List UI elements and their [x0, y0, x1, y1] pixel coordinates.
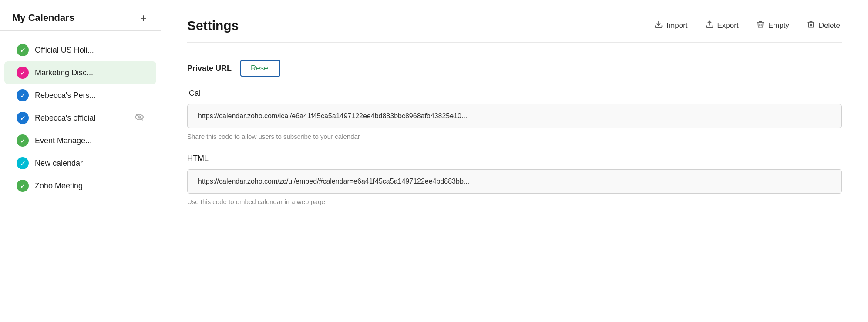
- sidebar: My Calendars + ✓Official US Holi...✓Mark…: [0, 0, 161, 322]
- sidebar-item-new-calendar[interactable]: ✓New calendar: [4, 152, 156, 174]
- calendar-icon-rebeccas-official: ✓: [17, 112, 29, 124]
- sidebar-title: My Calendars: [12, 12, 74, 23]
- main-content: Settings Import Export: [161, 0, 868, 322]
- calendar-icon-zoho-meeting: ✓: [17, 180, 29, 192]
- calendar-icon-marketing-disc: ✓: [17, 67, 29, 79]
- sidebar-item-rebeccas-pers[interactable]: ✓Rebecca's Pers...: [4, 84, 156, 107]
- html-section: HTML https://calendar.zoho.com/zc/ui/emb…: [187, 154, 842, 205]
- html-hint: Use this code to embed calendar in a web…: [187, 198, 842, 205]
- sidebar-item-label-zoho-meeting: Zoho Meeting: [35, 181, 144, 191]
- sidebar-item-label-new-calendar: New calendar: [35, 159, 144, 168]
- page-title: Settings: [187, 18, 239, 33]
- sidebar-item-label-marketing-disc: Marketing Disc...: [35, 68, 144, 77]
- calendar-icon-rebeccas-pers: ✓: [17, 89, 29, 101]
- ical-url-box[interactable]: https://calendar.zoho.com/ical/e6a41f45c…: [187, 104, 842, 128]
- import-button[interactable]: Import: [653, 17, 689, 34]
- delete-icon: [807, 20, 815, 31]
- sidebar-item-rebeccas-official[interactable]: ✓Rebecca's official: [4, 107, 156, 129]
- eye-slash-icon[interactable]: [135, 114, 144, 123]
- ical-hint: Share this code to allow users to subscr…: [187, 133, 842, 140]
- sidebar-items-list: ✓Official US Holi...✓Marketing Disc...✓R…: [0, 31, 161, 205]
- html-url-box[interactable]: https://calendar.zoho.com/zc/ui/embed/#c…: [187, 169, 842, 194]
- html-label: HTML: [187, 154, 842, 163]
- sidebar-item-label-rebeccas-pers: Rebecca's Pers...: [35, 91, 144, 100]
- sidebar-item-official-us-holi[interactable]: ✓Official US Holi...: [4, 39, 156, 61]
- import-icon: [654, 20, 663, 31]
- calendar-icon-new-calendar: ✓: [17, 157, 29, 169]
- ical-section: iCal https://calendar.zoho.com/ical/e6a4…: [187, 89, 842, 140]
- delete-label: Delete: [819, 21, 840, 30]
- private-url-label: Private URL: [187, 64, 232, 73]
- calendar-icon-event-manage: ✓: [17, 134, 29, 147]
- toolbar: Import Export Empty: [653, 17, 842, 34]
- delete-button[interactable]: Delete: [805, 17, 842, 34]
- sidebar-header: My Calendars +: [0, 12, 161, 31]
- add-calendar-button[interactable]: +: [138, 12, 148, 23]
- export-button[interactable]: Export: [703, 17, 740, 34]
- reset-button[interactable]: Reset: [240, 60, 280, 77]
- sidebar-item-zoho-meeting[interactable]: ✓Zoho Meeting: [4, 174, 156, 197]
- main-header: Settings Import Export: [187, 17, 842, 43]
- export-icon: [705, 20, 714, 31]
- sidebar-item-label-official-us-holi: Official US Holi...: [35, 46, 144, 55]
- ical-label: iCal: [187, 89, 842, 98]
- import-label: Import: [666, 21, 687, 30]
- export-label: Export: [717, 21, 739, 30]
- sidebar-item-marketing-disc[interactable]: ✓Marketing Disc...: [4, 61, 156, 84]
- sidebar-item-label-rebeccas-official: Rebecca's official: [35, 114, 131, 123]
- calendar-icon-official-us-holi: ✓: [17, 44, 29, 56]
- empty-button[interactable]: Empty: [754, 17, 791, 34]
- empty-icon: [756, 20, 765, 31]
- sidebar-item-label-event-manage: Event Manage...: [35, 136, 144, 145]
- settings-section: Private URL Reset iCal https://calendar.…: [187, 60, 842, 205]
- empty-label: Empty: [768, 21, 789, 30]
- sidebar-item-event-manage[interactable]: ✓Event Manage...: [4, 129, 156, 152]
- private-url-row: Private URL Reset: [187, 60, 842, 77]
